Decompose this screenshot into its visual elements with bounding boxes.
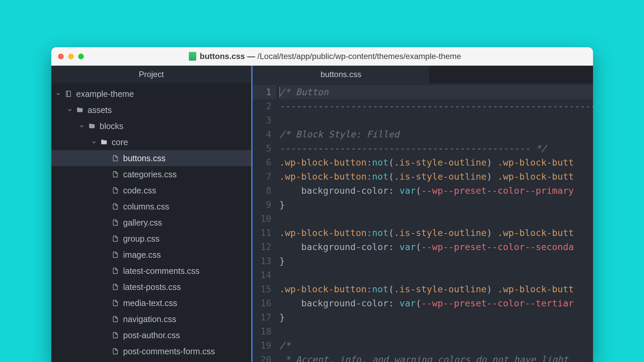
file-item[interactable]: post-comments-form.css <box>51 343 251 359</box>
code-content[interactable]: /* Button-------------------------------… <box>276 83 593 362</box>
folder-blocks[interactable]: blocks <box>51 118 251 134</box>
file-label: columns.css <box>123 202 169 212</box>
repo-icon <box>65 90 72 98</box>
code-area[interactable]: 1234567891011121314151617181920 /* Butto… <box>253 83 593 362</box>
folder-core[interactable]: core <box>51 134 251 150</box>
file-icon <box>112 171 119 178</box>
code-line[interactable]: ----------------------------------------… <box>279 99 593 113</box>
line-number-gutter: 1234567891011121314151617181920 <box>253 83 276 362</box>
file-label: post-comments-form.css <box>123 347 215 356</box>
file-item[interactable]: image.css <box>51 247 251 263</box>
code-line[interactable]: background-color: var(--wp--preset--colo… <box>279 184 593 198</box>
file-label: group.css <box>123 234 159 244</box>
code-line[interactable]: ----------------------------------------… <box>279 141 593 156</box>
file-label: navigation.css <box>123 314 176 324</box>
folder-icon <box>88 122 96 130</box>
file-icon <box>112 267 119 275</box>
file-icon <box>112 331 119 339</box>
file-icon <box>112 235 119 242</box>
code-line[interactable]: .wp-block-button:not(.is-style-outline) … <box>279 226 593 240</box>
code-line[interactable]: /* Block Style: Filled <box>279 127 593 141</box>
file-icon <box>112 283 119 291</box>
tab-buttons-css[interactable]: buttons.css <box>253 66 430 83</box>
code-line[interactable]: .wp-block-button:not(.is-style-outline) … <box>279 282 593 296</box>
folder-assets[interactable]: assets <box>51 102 251 118</box>
file-type-icon <box>189 52 196 61</box>
file-item[interactable]: code.css <box>51 182 251 198</box>
file-item[interactable]: group.css <box>51 231 251 247</box>
close-window-button[interactable] <box>58 54 64 59</box>
folder-icon <box>100 138 108 146</box>
project-sidebar[interactable]: Project example-theme assets blocks <box>51 66 253 362</box>
file-icon <box>112 299 119 307</box>
title-path: /Local/test/app/public/wp-content/themes… <box>258 52 461 61</box>
file-label: latest-comments.css <box>123 266 200 276</box>
file-label: image.css <box>123 250 161 260</box>
tab-label: buttons.css <box>321 70 361 79</box>
code-line[interactable]: background-color: var(--wp--preset--colo… <box>279 296 593 310</box>
file-item[interactable]: navigation.css <box>51 311 251 327</box>
title-filename: buttons.css <box>200 52 245 61</box>
file-label: buttons.css <box>123 154 165 163</box>
svg-rect-0 <box>66 91 71 97</box>
code-line[interactable]: .wp-block-button:not(.is-style-outline) … <box>279 170 593 184</box>
sidebar-header: Project <box>51 66 251 83</box>
folder-icon <box>76 106 84 114</box>
project-root[interactable]: example-theme <box>51 86 251 102</box>
file-label: media-text.css <box>123 298 177 308</box>
folder-label: core <box>112 137 128 147</box>
file-label: gallery.css <box>123 218 162 228</box>
window-title: buttons.css — /Local/test/app/public/wp-… <box>64 52 586 61</box>
file-item[interactable]: latest-posts.css <box>51 279 251 295</box>
file-icon <box>112 219 119 226</box>
file-icon <box>112 348 119 355</box>
chevron-down-icon <box>79 124 84 128</box>
tab-bar: buttons.css <box>253 66 593 83</box>
file-item[interactable]: post-author.css <box>51 327 251 343</box>
file-label: latest-posts.css <box>123 282 181 292</box>
file-item[interactable]: columns.css <box>51 198 251 215</box>
file-item[interactable]: buttons.css <box>51 150 251 166</box>
titlebar[interactable]: buttons.css — /Local/test/app/public/wp-… <box>51 47 593 66</box>
title-separator: — <box>245 52 257 61</box>
file-item[interactable]: latest-comments.css <box>51 263 251 279</box>
file-item[interactable]: categories.css <box>51 166 251 182</box>
file-icon <box>112 187 119 194</box>
folder-label: assets <box>88 105 112 115</box>
code-line[interactable] <box>279 113 593 127</box>
code-line[interactable]: /* <box>279 339 593 353</box>
code-line[interactable]: } <box>279 254 593 268</box>
file-label: code.css <box>123 186 156 195</box>
file-item[interactable]: gallery.css <box>51 215 251 231</box>
file-icon <box>112 155 119 162</box>
editor-window: buttons.css — /Local/test/app/public/wp-… <box>51 47 593 362</box>
file-icon <box>112 251 119 258</box>
project-name: example-theme <box>76 89 134 99</box>
editor-pane: buttons.css 1234567891011121314151617181… <box>253 66 593 362</box>
code-line[interactable] <box>279 212 593 226</box>
file-tree[interactable]: example-theme assets blocks core <box>51 83 251 359</box>
code-line[interactable]: * Accent, info, and warning colors do no… <box>279 353 593 362</box>
chevron-down-icon <box>56 92 61 96</box>
code-line[interactable]: background-color: var(--wp--preset--colo… <box>279 240 593 254</box>
file-item[interactable]: media-text.css <box>51 295 251 311</box>
file-icon <box>112 203 119 210</box>
code-line[interactable]: /* Button <box>279 85 593 99</box>
folder-label: blocks <box>100 121 123 131</box>
code-line[interactable] <box>279 324 593 339</box>
chevron-down-icon <box>67 108 72 112</box>
file-label: post-author.css <box>123 330 180 340</box>
code-line[interactable]: } <box>279 310 593 324</box>
file-icon <box>112 315 119 323</box>
code-line[interactable]: .wp-block-button:not(.is-style-outline) … <box>279 156 593 170</box>
code-line[interactable] <box>279 268 593 282</box>
file-label: categories.css <box>123 170 177 179</box>
code-line[interactable]: } <box>279 198 593 212</box>
chevron-down-icon <box>92 140 96 144</box>
